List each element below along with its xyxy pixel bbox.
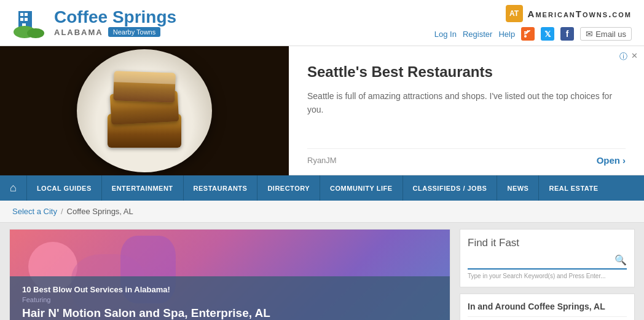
ad-content: Seattle's Best Restaurants Seattle is fu… [289,46,644,175]
envelope-icon: ✉ [586,29,593,39]
breadcrumb-separator: / [61,207,63,216]
svg-point-8 [524,35,527,38]
header-links-row: Log In Register Help 𝕏 f ✉ Email us [434,27,632,41]
main-content: 10 Best Blow Out Services in Alabama! Fe… [0,223,644,320]
americantowns-logo: AT AmericanTowns.com [506,5,632,22]
around-box: In and Around Coffee Springs, AL ⚙ Ice S… [460,294,635,320]
nav-directory[interactable]: DIRECTORY [257,175,320,201]
logo-area: Coffee Springs ALABAMA Nearby Towns [12,5,176,41]
nav-classifieds[interactable]: CLASSIFIEDS / JOBS [403,175,498,201]
svg-rect-2 [25,13,28,16]
ad-open-label: Open [597,155,620,166]
nav-real-estate[interactable]: REAL ESTATE [539,175,608,201]
logo-icon [12,5,48,41]
search-input-row: 🔍 [468,254,627,270]
search-icon[interactable]: 🔍 [615,254,627,266]
header-right: AT AmericanTowns.com Log In Register Hel… [434,5,632,41]
around-title: In and Around Coffee Springs, AL [468,302,627,317]
hero-top-label: 10 Best Blow Out Services in Alabama! [22,285,438,294]
hero-overlay: 10 Best Blow Out Services in Alabama! Fe… [10,276,450,320]
ad-description: Seattle is full of amazing attractions a… [307,89,626,117]
twitter-icon[interactable]: 𝕏 [541,27,554,41]
ad-image [0,46,289,175]
ad-footer: RyanJM Open › [307,148,626,166]
svg-rect-3 [20,18,23,21]
breadcrumb-current: Coffee Springs, AL [67,207,133,216]
home-icon: ⌂ [10,182,17,194]
ad-info-icon[interactable]: ⓘ [619,51,627,62]
nav-local-guides[interactable]: LOCAL GUIDES [27,175,102,201]
hero-image: 10 Best Blow Out Services in Alabama! Fe… [10,230,450,320]
search-input[interactable] [468,255,615,265]
ad-open-button[interactable]: Open › [597,155,626,166]
rss-icon[interactable] [521,27,535,41]
email-button[interactable]: ✉ Email us [580,27,632,41]
search-box: Find it Fast 🔍 Type in your Search Keywo… [460,229,635,287]
nav-entertainment[interactable]: ENTERTAINMENT [102,175,184,201]
nav-news[interactable]: NEWS [497,175,539,201]
ad-close-icon[interactable]: ✕ [631,51,638,62]
chevron-right-icon: › [622,155,626,166]
nav-home[interactable]: ⌂ [0,175,27,201]
hero-title: Hair N' Motion Salon and Spa, Enterprise… [22,306,438,320]
content-area: 10 Best Blow Out Services in Alabama! Fe… [9,229,450,320]
search-hint: Type in your Search Keyword(s) and Press… [468,273,627,279]
register-link[interactable]: Register [463,30,492,39]
ad-controls: ⓘ ✕ [619,51,638,62]
search-label: Find it Fast [468,237,627,249]
help-link[interactable]: Help [498,30,515,39]
ad-banner: Seattle's Best Restaurants Seattle is fu… [0,46,644,175]
svg-rect-1 [20,13,23,16]
food-plate-visual [77,49,212,172]
ad-title: Seattle's Best Restaurants [307,63,626,81]
svg-rect-4 [25,18,28,21]
logo-city: Coffee Springs [54,9,176,26]
facebook-icon[interactable]: f [560,27,574,41]
nearby-badge[interactable]: Nearby Towns [108,27,161,37]
email-label: Email us [595,30,626,39]
logo-state: ALABAMA [54,28,103,37]
nav-community-life[interactable]: COMMUNITY LIFE [320,175,403,201]
at-brand-text: AmericanTowns.com [528,9,632,19]
ad-body: Seattle's Best Restaurants Seattle is fu… [307,63,626,117]
sidebar: Find it Fast 🔍 Type in your Search Keywo… [460,229,635,320]
logo-state-row: ALABAMA Nearby Towns [54,27,176,37]
login-link[interactable]: Log In [434,30,457,39]
featuring-text: Featuring [22,296,50,303]
at-logo-icon: AT [506,5,523,22]
breadcrumb-bar: Select a City / Coffee Springs, AL [0,201,644,223]
hero-featuring: Featuring [22,296,438,303]
logo-text: Coffee Springs ALABAMA Nearby Towns [54,9,176,37]
nav-bar: ⌂ LOCAL GUIDES ENTERTAINMENT RESTAURANTS… [0,175,644,201]
svg-point-7 [27,28,44,38]
ad-author: RyanJM [307,156,337,165]
header: Coffee Springs ALABAMA Nearby Towns AT A… [0,0,644,46]
nav-restaurants[interactable]: RESTAURANTS [184,175,258,201]
breadcrumb-link[interactable]: Select a City [12,207,57,216]
